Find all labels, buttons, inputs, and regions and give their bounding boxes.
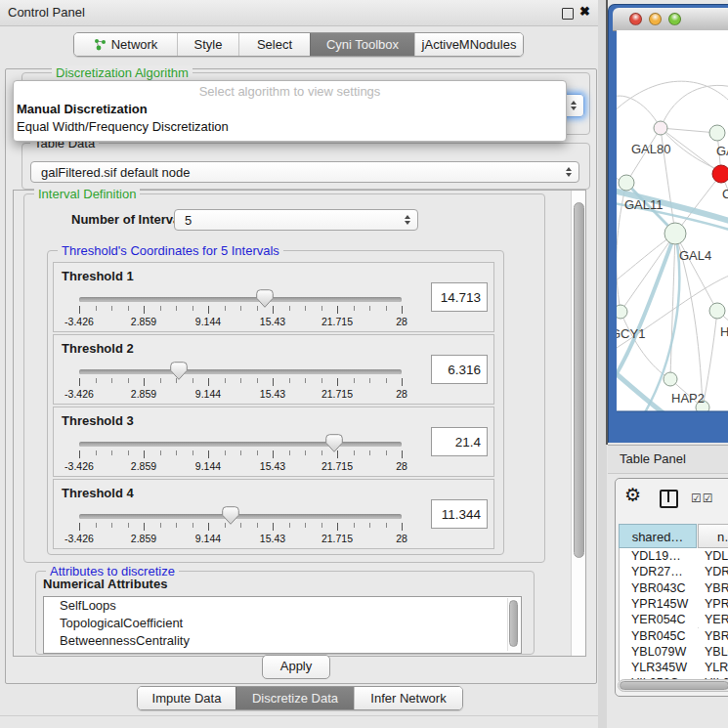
network-edge[interactable] xyxy=(703,311,717,407)
cell-name[interactable]: YBR0 xyxy=(705,628,728,644)
slider-tick xyxy=(305,306,306,311)
network-canvas[interactable]: GAL80GACGAL11GAL4GCY1HHAP2 xyxy=(617,30,728,411)
table-row[interactable]: YDL19…YDL1 xyxy=(622,548,728,564)
table-data-combobox[interactable]: galFiltered.sif default node xyxy=(30,161,579,183)
network-window-titlebar[interactable] xyxy=(613,8,728,31)
tab-jactivemnodules[interactable]: jActiveMNodules xyxy=(414,33,523,56)
cell-shared-name[interactable]: YER054C xyxy=(631,612,686,627)
table-row[interactable]: YPR145WYPR1 xyxy=(622,596,728,612)
cell-name[interactable]: YLR3 xyxy=(705,660,728,675)
tab-infer-network[interactable]: Infer Network xyxy=(354,687,462,709)
cell-name[interactable]: YBR0 xyxy=(705,580,728,596)
list-scrollbar[interactable] xyxy=(507,598,520,651)
network-edge[interactable] xyxy=(670,234,675,379)
network-edge-highlighted[interactable] xyxy=(617,367,667,411)
algorithm-placeholder-option[interactable]: Select algorithm to view settings xyxy=(14,84,566,99)
slider-tick xyxy=(225,378,226,383)
vertical-scrollbar[interactable] xyxy=(571,191,585,656)
tab-label: Network xyxy=(111,37,158,52)
network-edge[interactable] xyxy=(617,96,661,128)
gear-icon[interactable]: ⚙ xyxy=(624,486,641,505)
cell-shared-name[interactable]: YPR145W xyxy=(631,596,688,612)
network-edge[interactable] xyxy=(621,234,675,312)
numerical-attributes-list[interactable]: SelfLoopsTopologicalCoefficientBetweenne… xyxy=(43,596,522,654)
list-scrollbar-thumb[interactable] xyxy=(509,600,518,647)
number-of-intervals-combobox[interactable]: 5 xyxy=(174,209,418,231)
cell-shared-name[interactable]: YDL19… xyxy=(631,548,681,564)
node-label-gal80: GAL80 xyxy=(631,142,670,156)
tab-network[interactable]: Network xyxy=(74,33,177,56)
cell-name[interactable]: YDR2 xyxy=(705,564,728,579)
cell-shared-name[interactable]: YBR043C xyxy=(631,580,686,596)
table-row[interactable]: YDR27…YDR2 xyxy=(622,564,728,579)
node-gal4[interactable] xyxy=(664,223,686,244)
slider-thumb-icon[interactable] xyxy=(170,362,188,380)
column-header-n[interactable]: n… xyxy=(698,524,728,548)
checkbox-icon[interactable]: ☑☑ xyxy=(691,492,714,505)
slider-thumb-icon[interactable] xyxy=(256,289,274,308)
attribute-item-selfloops[interactable]: SelfLoops xyxy=(44,597,521,615)
cell-shared-name[interactable]: YLR345W xyxy=(631,660,687,675)
horizontal-scrollbar-thumb[interactable] xyxy=(620,681,728,690)
node-red[interactable] xyxy=(712,165,728,183)
apply-button[interactable]: Apply xyxy=(262,655,330,679)
slider-thumb-icon[interactable] xyxy=(325,434,343,452)
cyni-mode-tabs: Impute DataDiscretize DataInfer Network xyxy=(137,686,463,710)
tab-cyni-toolbox[interactable]: Cyni Toolbox xyxy=(310,33,414,56)
node-top-right[interactable] xyxy=(709,125,725,141)
cell-name[interactable]: YBL0 xyxy=(705,644,728,660)
table-row[interactable]: YER054CYER0 xyxy=(622,612,728,627)
slider-track[interactable] xyxy=(79,442,402,447)
cell-name[interactable]: YDL1 xyxy=(705,548,728,564)
slider-thumb-icon[interactable] xyxy=(222,506,239,525)
close-icon[interactable]: ✖ xyxy=(579,4,590,19)
tab-select[interactable]: Select xyxy=(238,33,310,56)
algorithm-option-equal-width-frequency-discretization[interactable]: Equal Width/Frequency Discretization xyxy=(17,119,229,134)
tab-impute-data[interactable]: Impute Data xyxy=(138,687,236,709)
divider xyxy=(0,715,598,716)
slider-track[interactable] xyxy=(79,297,402,302)
node-h[interactable] xyxy=(709,303,725,319)
float-window-icon[interactable] xyxy=(562,8,574,20)
table-row[interactable]: YBR043CYBR0 xyxy=(622,580,728,596)
control-panel-tabs: NetworkStyleSelectCyni ToolboxjActiveMNo… xyxy=(73,32,524,57)
cell-shared-name[interactable]: YBR045C xyxy=(631,628,686,644)
node-hap2[interactable] xyxy=(664,372,677,386)
attribute-item-topologicalcoefficient[interactable]: TopologicalCoefficient xyxy=(44,615,521,632)
table-row[interactable]: YBL079WYBL0 xyxy=(622,644,728,660)
network-edge[interactable] xyxy=(617,81,728,116)
mac-minimize-button[interactable] xyxy=(649,13,662,25)
column-header-shared[interactable]: shared… xyxy=(619,524,697,548)
network-edge[interactable] xyxy=(661,128,717,133)
attribute-item-betweennesscentrality[interactable]: BetweennessCentrality xyxy=(44,632,521,650)
cell-name[interactable]: YPR1 xyxy=(705,596,728,612)
cell-name[interactable]: YER0 xyxy=(705,612,728,627)
node-gcy1[interactable] xyxy=(617,305,627,319)
vertical-scrollbar-thumb[interactable] xyxy=(574,202,584,558)
slider-tick xyxy=(193,450,193,455)
threshold-value-field[interactable]: 14.713 xyxy=(431,282,488,312)
cell-shared-name[interactable]: YBL079W xyxy=(631,644,686,660)
cell-shared-name[interactable]: YDR27… xyxy=(631,564,683,579)
slider-track[interactable] xyxy=(79,514,402,519)
horizontal-scrollbar[interactable] xyxy=(618,679,728,692)
algorithm-option-manual-discretization[interactable]: Manual Discretization xyxy=(17,102,148,116)
slider-track[interactable] xyxy=(79,369,402,374)
threshold-value-field[interactable]: 21.4 xyxy=(431,427,488,456)
tab-style[interactable]: Style xyxy=(177,33,238,56)
network-edge[interactable] xyxy=(675,234,717,311)
mac-zoom-button[interactable] xyxy=(668,13,681,25)
slider-scale-label: 2.859 xyxy=(131,533,156,544)
threshold-value-field[interactable]: 11.344 xyxy=(431,499,488,529)
slider-tick xyxy=(240,450,241,455)
slider-tick xyxy=(305,523,306,528)
tab-discretize-data[interactable]: Discretize Data xyxy=(236,687,354,709)
table-row[interactable]: YBR045CYBR0 xyxy=(622,628,728,644)
table-row[interactable]: YLR345WYLR3 xyxy=(622,660,728,675)
mac-close-button[interactable] xyxy=(629,13,642,25)
node-gal80[interactable] xyxy=(654,121,667,135)
node-label-hap2: HAP2 xyxy=(671,391,705,406)
split-panel-icon[interactable] xyxy=(660,490,678,508)
node-gal11[interactable] xyxy=(619,175,634,191)
threshold-value-field[interactable]: 6.316 xyxy=(431,355,488,384)
